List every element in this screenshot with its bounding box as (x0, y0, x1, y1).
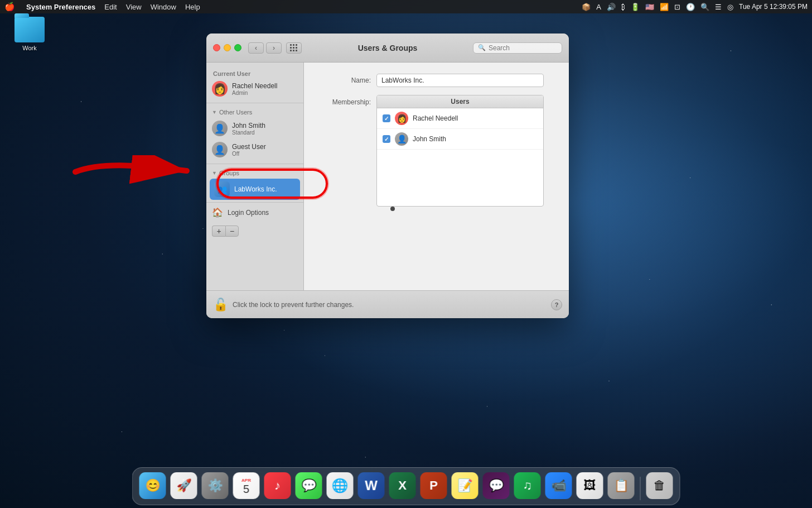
member-row-john[interactable]: ✓ 👤 John Smith (377, 129, 543, 150)
dock-item-trash[interactable]: 🗑 (645, 471, 674, 500)
dock-item-finder[interactable]: 😊 (138, 471, 167, 500)
grid-icon (290, 44, 298, 52)
remove-user-button[interactable]: − (225, 226, 239, 237)
current-user-label: Current User (206, 68, 303, 78)
labworks-group-icon: 👥 (214, 181, 230, 197)
close-button[interactable] (213, 44, 220, 51)
menubar-edit[interactable]: Edit (104, 3, 117, 11)
member-row-rachel[interactable]: ✓ 👩 Rachel Needell (377, 108, 543, 129)
search-icon: 🔍 (478, 44, 486, 51)
sidebar-item-labworks[interactable]: 👥 LabWorks Inc. (210, 179, 300, 200)
bluetooth-icon[interactable]: ₿ (621, 3, 625, 11)
sidebar-item-johnsmith[interactable]: 👤 John Smith Standard (206, 118, 303, 139)
traffic-lights (213, 44, 241, 51)
rachel-member-name: Rachel Needell (413, 114, 458, 122)
labworks-name: LabWorks Inc. (234, 185, 277, 193)
forward-button[interactable]: › (266, 42, 282, 54)
font-icon: A (596, 3, 601, 11)
lock-text: Click the lock to prevent further change… (233, 301, 354, 309)
dock-item-slack[interactable]: 💬 (482, 471, 511, 500)
back-button[interactable]: ‹ (248, 42, 264, 54)
dock-item-launchpad[interactable]: 🚀 (170, 471, 199, 500)
login-icon: 🏠 (212, 207, 223, 218)
other-users-section: ▼ Other Users (206, 107, 303, 118)
search-box[interactable]: 🔍 (473, 42, 562, 54)
sidebar-divider-1 (206, 103, 303, 103)
menubar-window[interactable]: Window (151, 3, 176, 11)
john-info: John Smith Standard (232, 122, 265, 136)
membership-label: Membership: (315, 95, 371, 106)
dock-item-powerpoint[interactable]: P (419, 471, 448, 500)
apple-menu-icon[interactable]: 🍎 (4, 2, 15, 12)
add-user-button[interactable]: + (212, 226, 225, 237)
dropbox-icon: 📦 (582, 3, 591, 11)
search-input[interactable] (489, 44, 557, 52)
chrome-icon: 🌐 (327, 472, 354, 499)
trash-icon: 🗑 (646, 472, 673, 499)
wifi-icon[interactable]: 📶 (660, 3, 669, 11)
launchpad-icon: 🚀 (171, 472, 197, 499)
membership-section: Membership: Users ✓ 👩 Rachel Needell ✓ (315, 95, 558, 207)
john-checkbox[interactable]: ✓ (383, 135, 390, 143)
menubar-help[interactable]: Help (185, 3, 200, 11)
rachel-avatar: 👩 (212, 81, 228, 97)
sidebar-divider-2 (206, 164, 303, 164)
dock-item-word[interactable]: W (357, 471, 386, 500)
other-users-chevron: ▼ (212, 109, 217, 115)
slack-icon: 💬 (483, 472, 510, 499)
rachel-member-avatar: 👩 (395, 112, 408, 125)
grid-view-button[interactable] (286, 42, 302, 54)
volume-icon[interactable]: 🔊 (607, 3, 616, 11)
sidebar-login-options[interactable]: 🏠 Login Options (206, 202, 303, 222)
dock-item-sysprefs[interactable]: ⚙️ (201, 471, 230, 500)
excel-icon: X (389, 472, 416, 499)
guest-info: Guest User Off (232, 143, 266, 157)
sidebar-item-guest[interactable]: 👤 Guest User Off (206, 139, 303, 160)
dock-item-spotify[interactable]: ♫ (513, 471, 542, 500)
guest-avatar: 👤 (212, 142, 228, 157)
lock-section[interactable]: 🔓 Click the lock to prevent further chan… (213, 298, 547, 312)
preview-icon: 🖼 (577, 472, 603, 499)
rachel-role: Admin (232, 90, 277, 96)
dock-item-messages[interactable]: 💬 (294, 471, 323, 500)
window-title: Users & Groups (358, 44, 418, 52)
window-bottom-bar: 🔓 Click the lock to prevent further chan… (206, 290, 569, 318)
sidebar-item-rachel[interactable]: 👩 Rachel Needell Admin (206, 78, 303, 99)
dock-item-excel[interactable]: X (388, 471, 417, 500)
dock-separator (640, 477, 641, 500)
menubar-app-name[interactable]: System Preferences (26, 3, 95, 11)
rachel-checkbox[interactable]: ✓ (383, 114, 390, 122)
timemachine-icon: 🕐 (686, 3, 695, 11)
menubar-right: 📦 A 🔊 ₿ 🔋 🇺🇸 📶 ⊡ 🕐 🔍 ☰ ◎ Tue Apr 5 12:39… (582, 3, 808, 11)
group-users-icon: 👥 (218, 185, 227, 194)
battery-icon: 🔋 (631, 3, 640, 11)
dock-item-chrome[interactable]: 🌐 (326, 471, 355, 500)
dock-item-zoom[interactable]: 📹 (544, 471, 573, 500)
dock-item-preview[interactable]: 🖼 (576, 471, 605, 500)
zoom-icon: 📹 (545, 472, 572, 499)
name-field-input[interactable] (376, 74, 544, 87)
help-button[interactable]: ? (551, 299, 562, 310)
dock-item-music[interactable]: ♪ (263, 471, 292, 500)
dock-item-quicklook[interactable]: 📋 (607, 471, 636, 500)
calendar-icon: APR 5 (233, 472, 260, 499)
datetime-display: Tue Apr 5 12:39:05 PM (739, 3, 808, 11)
dock-item-calendar[interactable]: APR 5 (232, 471, 261, 500)
groups-section: ▼ Groups (206, 167, 303, 179)
desktop-folder-work[interactable]: Work (10, 17, 49, 51)
window-titlebar: ‹ › Users & Groups 🔍 (206, 33, 569, 63)
zoom-button[interactable] (234, 44, 241, 51)
menubar-left: 🍎 System Preferences Edit View Window He… (4, 2, 200, 12)
users-column-header: Users (377, 95, 543, 108)
window-content: Current User 👩 Rachel Needell Admin ▼ Ot… (206, 63, 569, 290)
siri-icon[interactable]: ◎ (727, 3, 733, 11)
notification-icon[interactable]: ☰ (715, 3, 722, 11)
guest-role: Off (232, 151, 266, 157)
dock-item-notes[interactable]: 📝 (451, 471, 480, 500)
search-menubar-icon[interactable]: 🔍 (700, 3, 709, 11)
minimize-button[interactable] (224, 44, 231, 51)
notes-icon: 📝 (452, 472, 478, 499)
rachel-name: Rachel Needell (232, 82, 277, 90)
menubar-view[interactable]: View (126, 3, 142, 11)
folder-label: Work (22, 45, 36, 51)
